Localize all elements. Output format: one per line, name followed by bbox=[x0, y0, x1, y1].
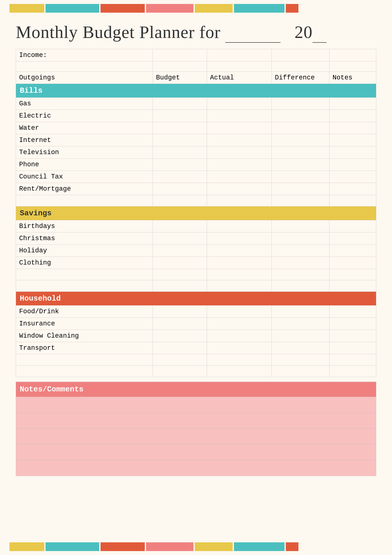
row-col-actual-savings-0 bbox=[207, 220, 271, 232]
top-bar-block bbox=[100, 4, 145, 13]
income-notes bbox=[329, 49, 376, 61]
bottom-bar-block bbox=[9, 542, 44, 551]
row-col-actual-household-2 bbox=[207, 330, 271, 342]
table-row: Gas bbox=[16, 98, 376, 110]
bottom-bar-block bbox=[100, 542, 145, 551]
row-col-diff-bills-1 bbox=[272, 110, 329, 122]
bottom-bar-block bbox=[45, 542, 99, 551]
bottom-bar-block bbox=[195, 542, 233, 551]
row-col-diff-savings-0 bbox=[272, 220, 329, 232]
bottom-bar-block bbox=[286, 542, 299, 551]
table-row: Christmas bbox=[16, 232, 376, 245]
top-bar-block bbox=[195, 4, 233, 13]
row-col-diff-savings-4 bbox=[272, 269, 329, 280]
row-label-household-1: Insurance bbox=[16, 318, 153, 330]
row-label-bills-7: Rent/Mortgage bbox=[16, 183, 153, 195]
table-row: Electric bbox=[16, 110, 376, 122]
column-headers: Outgoings Budget Actual Difference Notes bbox=[16, 72, 376, 84]
row-col-notes-savings-3 bbox=[329, 257, 376, 269]
row-col-actual-bills-2 bbox=[207, 122, 271, 134]
row-col-actual-bills-3 bbox=[207, 134, 271, 146]
table-row bbox=[16, 280, 376, 292]
row-col-actual-savings-1 bbox=[207, 232, 271, 245]
row-col-budget-savings-2 bbox=[153, 245, 207, 257]
row-col-actual-household-3 bbox=[207, 342, 271, 354]
row-col-notes-household-2 bbox=[329, 330, 376, 342]
row-label-bills-5: Phone bbox=[16, 159, 153, 171]
row-label-household-5 bbox=[16, 366, 153, 377]
row-label-savings-2: Holiday bbox=[16, 245, 153, 257]
row-col-actual-bills-6 bbox=[207, 171, 271, 183]
row-col-budget-bills-0 bbox=[153, 98, 207, 110]
row-col-budget-savings-5 bbox=[153, 280, 207, 292]
row-col-diff-bills-3 bbox=[272, 134, 329, 146]
title-text-main: Monthly Budget Planner for bbox=[16, 22, 221, 42]
row-label-savings-0: Birthdays bbox=[16, 220, 153, 232]
row-col-notes-savings-2 bbox=[329, 245, 376, 257]
row-col-actual-household-4 bbox=[207, 354, 271, 366]
table-row: Birthdays bbox=[16, 220, 376, 232]
row-col-notes-bills-5 bbox=[329, 159, 376, 171]
row-col-budget-bills-7 bbox=[153, 183, 207, 195]
table-row: Rent/Mortgage bbox=[16, 183, 376, 195]
row-col-diff-savings-2 bbox=[272, 245, 329, 257]
row-col-notes-savings-1 bbox=[329, 232, 376, 245]
table-row: Transport bbox=[16, 342, 376, 354]
row-col-budget-savings-0 bbox=[153, 220, 207, 232]
notes-row-3 bbox=[16, 429, 376, 445]
row-col-notes-household-5 bbox=[329, 366, 376, 377]
table-row bbox=[16, 354, 376, 366]
notes-table: Notes/Comments bbox=[16, 382, 376, 476]
page-title: Monthly Budget Planner for 20 bbox=[16, 22, 376, 43]
row-col-notes-bills-0 bbox=[329, 98, 376, 110]
notes-comments-header: Notes/Comments bbox=[16, 382, 376, 397]
row-col-budget-bills-3 bbox=[153, 134, 207, 146]
row-col-diff-savings-1 bbox=[272, 232, 329, 245]
row-col-diff-bills-5 bbox=[272, 159, 329, 171]
row-label-household-3: Transport bbox=[16, 342, 153, 354]
top-bar-block bbox=[286, 4, 299, 13]
row-col-notes-bills-1 bbox=[329, 110, 376, 122]
income-actual bbox=[207, 49, 271, 61]
title-underline bbox=[225, 22, 281, 43]
row-col-diff-savings-5 bbox=[272, 280, 329, 292]
row-col-notes-bills-2 bbox=[329, 122, 376, 134]
row-col-budget-household-4 bbox=[153, 354, 207, 366]
row-col-actual-bills-7 bbox=[207, 183, 271, 195]
row-col-actual-savings-3 bbox=[207, 257, 271, 269]
row-col-notes-bills-3 bbox=[329, 134, 376, 146]
row-col-notes-bills-4 bbox=[329, 146, 376, 159]
row-col-budget-bills-6 bbox=[153, 171, 207, 183]
row-label-bills-0: Gas bbox=[16, 98, 153, 110]
header-budget: Budget bbox=[153, 72, 207, 84]
row-col-budget-household-5 bbox=[153, 366, 207, 377]
bottom-color-bar bbox=[0, 542, 392, 555]
row-col-budget-savings-4 bbox=[153, 269, 207, 280]
row-label-household-4 bbox=[16, 354, 153, 366]
header-notes: Notes bbox=[329, 72, 376, 84]
row-col-actual-bills-0 bbox=[207, 98, 271, 110]
row-col-diff-bills-4 bbox=[272, 146, 329, 159]
row-col-budget-household-1 bbox=[153, 318, 207, 330]
section-label-bills: Bills bbox=[16, 84, 376, 98]
row-col-budget-household-2 bbox=[153, 330, 207, 342]
header-outgoings: Outgoings bbox=[16, 72, 153, 84]
row-label-bills-1: Electric bbox=[16, 110, 153, 122]
table-row: Phone bbox=[16, 159, 376, 171]
row-col-diff-household-1 bbox=[272, 318, 329, 330]
row-col-budget-savings-3 bbox=[153, 257, 207, 269]
row-col-notes-savings-4 bbox=[329, 269, 376, 280]
row-col-notes-household-4 bbox=[329, 354, 376, 366]
row-col-actual-household-0 bbox=[207, 306, 271, 318]
row-col-diff-bills-8 bbox=[272, 195, 329, 206]
row-col-notes-household-1 bbox=[329, 318, 376, 330]
row-col-diff-savings-3 bbox=[272, 257, 329, 269]
row-col-budget-bills-4 bbox=[153, 146, 207, 159]
row-col-actual-bills-4 bbox=[207, 146, 271, 159]
row-label-savings-1: Christmas bbox=[16, 232, 153, 245]
row-label-bills-8 bbox=[16, 195, 153, 206]
table-row: Window Cleaning bbox=[16, 330, 376, 342]
top-bar-block bbox=[9, 4, 44, 13]
row-col-actual-household-5 bbox=[207, 366, 271, 377]
income-empty-row bbox=[16, 61, 376, 72]
